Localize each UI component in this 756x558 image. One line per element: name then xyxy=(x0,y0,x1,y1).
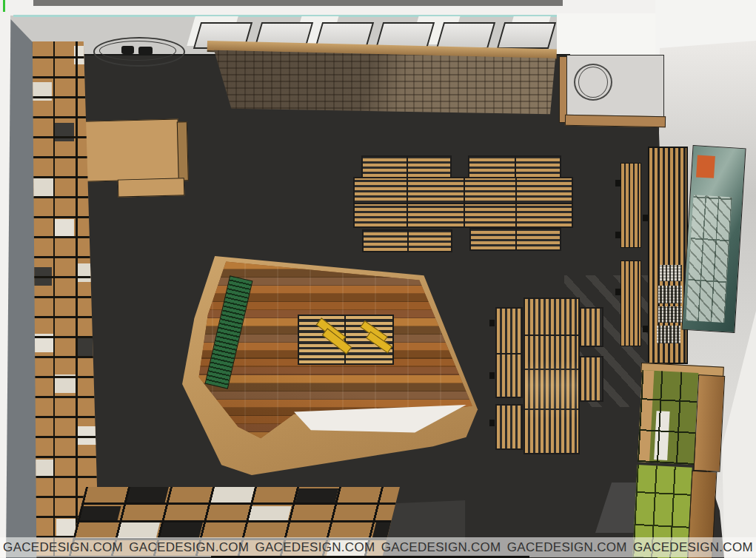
rack-grid-panel xyxy=(658,306,682,323)
table-highlight xyxy=(525,299,578,453)
table-divider xyxy=(344,316,346,363)
display-table-small xyxy=(469,228,561,251)
display-table-small xyxy=(361,155,452,178)
table-leg xyxy=(643,215,648,221)
rack-grid-panel xyxy=(658,286,682,303)
desk-top xyxy=(82,118,180,181)
slatted-canopy-panel xyxy=(209,47,555,115)
table-divider xyxy=(407,157,408,177)
table-leg xyxy=(643,326,648,332)
axis-guide-line xyxy=(3,0,5,12)
table-leg xyxy=(615,232,620,238)
desk-extension xyxy=(118,178,185,197)
display-table-small xyxy=(468,155,561,178)
display-table-narrow xyxy=(495,307,523,354)
locker-upper-wood-side xyxy=(693,374,725,472)
table-divider xyxy=(407,231,409,251)
reading-platform xyxy=(179,250,481,481)
magazine-rack-screen xyxy=(648,147,688,364)
watermark-text: GACEDESIGN.COM xyxy=(630,540,756,555)
interior-render-scene: GACEDESIGN.COM GACEDESIGN.COM GACEDESIGN… xyxy=(0,0,756,558)
watermark-text: GACEDESIGN.COM xyxy=(378,540,504,555)
corner-counter xyxy=(559,53,667,126)
top-wall-edge xyxy=(33,0,563,6)
slat-screen-bench xyxy=(620,163,641,248)
rack-grid-panel xyxy=(660,265,682,281)
watermark-text: GACEDESIGN.COM xyxy=(126,540,252,555)
locker-upper-olive xyxy=(638,370,698,465)
small-seat xyxy=(138,47,153,55)
table-leg xyxy=(489,372,495,379)
poster-image-grid xyxy=(686,195,732,323)
wall-poster xyxy=(681,145,746,333)
table-leg xyxy=(615,180,620,186)
watermark-text: GACEDESIGN.COM xyxy=(504,540,630,555)
display-table-small xyxy=(362,229,452,252)
watermark-text: GACEDESIGN.COM xyxy=(0,540,126,555)
table-divider xyxy=(355,203,572,204)
rack-grid-panel xyxy=(657,326,680,343)
display-table-long xyxy=(523,298,580,454)
table-leg xyxy=(615,289,620,295)
display-table-narrow xyxy=(580,356,603,402)
basin-circle-inner xyxy=(578,67,608,98)
reception-desk xyxy=(81,115,191,200)
display-table-narrow xyxy=(495,353,523,398)
table-leg xyxy=(489,320,495,326)
small-seat xyxy=(121,46,134,54)
skylight-window xyxy=(497,22,556,49)
poster-orange-square xyxy=(696,155,715,178)
table-divider xyxy=(515,157,516,177)
display-table-narrow xyxy=(495,404,523,450)
round-rug-inner xyxy=(99,41,176,61)
counter-wood-front xyxy=(565,115,666,127)
locker-shelf-unit xyxy=(631,363,726,558)
slat-screen-bench xyxy=(620,260,641,346)
display-table-large xyxy=(353,177,573,228)
skylight-window xyxy=(436,22,495,49)
desk-side-face xyxy=(177,121,189,181)
watermark-band: GACEDESIGN.COM GACEDESIGN.COM GACEDESIGN… xyxy=(0,537,756,557)
watermark-text: GACEDESIGN.COM xyxy=(252,540,378,555)
platform-display-table xyxy=(298,315,394,365)
table-divider xyxy=(515,229,517,249)
display-table-narrow xyxy=(580,307,603,347)
table-leg xyxy=(489,420,495,426)
